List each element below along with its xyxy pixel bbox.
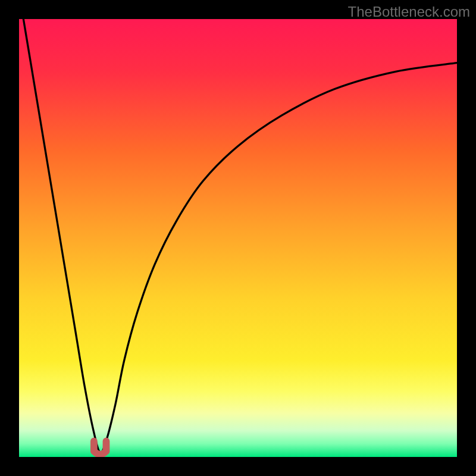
- plot-area: [19, 19, 457, 457]
- optimal-marker: [19, 19, 457, 457]
- watermark-text: TheBottleneck.com: [348, 4, 470, 20]
- chart-frame: TheBottleneck.com: [0, 0, 476, 476]
